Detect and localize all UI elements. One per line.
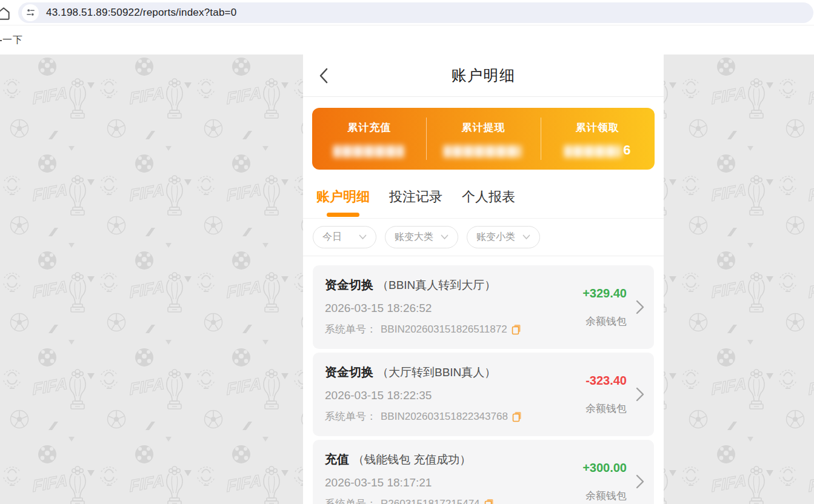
app-header: 账户明细 xyxy=(303,55,664,97)
site-permissions-icon[interactable] xyxy=(22,4,39,21)
transaction-type: 资金切换 xyxy=(325,364,373,380)
transaction-list: 资金切换 （BBIN真人转到大厅） 2026-03-15 18:26:52 系统… xyxy=(303,256,664,504)
order-number: R2603151817215474 xyxy=(381,498,480,504)
tab-bar: 账户明细 投注记录 个人报表 xyxy=(303,170,664,219)
masked-value xyxy=(333,143,405,158)
transaction-datetime: 2026-03-15 18:22:35 xyxy=(325,389,585,402)
tab-personal-report[interactable]: 个人报表 xyxy=(462,188,515,207)
transaction-row[interactable]: 资金切换 （大厅转到BBIN真人） 2026-03-15 18:22:35 系统… xyxy=(313,353,654,436)
transaction-info: 充值 （钱能钱包 充值成功） 2026-03-15 18:17:21 系统单号：… xyxy=(325,440,582,504)
chevron-right-icon xyxy=(636,299,644,315)
filter-label: 今日 xyxy=(322,231,342,244)
transaction-type: 充值 xyxy=(325,451,349,468)
summary-card: 累计充值 累计提现 累计领取 6 xyxy=(312,108,655,170)
masked-value xyxy=(444,143,523,158)
transaction-row[interactable]: 充值 （钱能钱包 充值成功） 2026-03-15 18:17:21 系统单号：… xyxy=(313,440,654,504)
wallet-label: 余额钱包 xyxy=(585,314,627,328)
transaction-datetime: 2026-03-15 18:26:52 xyxy=(325,302,582,315)
wallet-label: 余额钱包 xyxy=(585,489,627,503)
chevron-right-icon xyxy=(636,386,644,402)
url-text[interactable]: 43.198.51.89:50922/reports/index?tab=0 xyxy=(46,7,236,19)
transaction-note: （BBIN真人转到大厅） xyxy=(377,277,496,293)
bookmarks-bar: 一下 xyxy=(0,25,814,55)
filter-label: 账变大类 xyxy=(395,231,433,244)
order-label: 系统单号： xyxy=(325,497,376,504)
masked-value: 6 xyxy=(564,143,630,158)
clipped-glyph-fragment xyxy=(0,40,2,41)
copy-icon[interactable] xyxy=(512,324,521,335)
chevron-down-icon xyxy=(359,234,367,240)
summary-label: 累计提现 xyxy=(461,121,505,134)
summary-col-claim: 累计领取 6 xyxy=(541,108,655,170)
filter-bar: 今日 账变大类 账变小类 xyxy=(303,219,664,256)
wallet-label: 余额钱包 xyxy=(585,402,627,416)
chevron-down-icon xyxy=(441,234,449,240)
page-background: FIFA xyxy=(0,55,814,504)
browser-toolbar: 43.198.51.89:50922/reports/index?tab=0 xyxy=(0,0,814,25)
transaction-amount: +329.40 xyxy=(582,287,627,300)
filter-major-type-dropdown[interactable]: 账变大类 xyxy=(385,226,458,248)
tab-bet-records[interactable]: 投注记录 xyxy=(389,188,442,207)
filter-minor-type-dropdown[interactable]: 账变小类 xyxy=(467,226,540,248)
transaction-row[interactable]: 资金切换 （BBIN真人转到大厅） 2026-03-15 18:26:52 系统… xyxy=(313,265,654,349)
filter-label: 账变小类 xyxy=(476,231,515,244)
screen: 43.198.51.89:50922/reports/index?tab=0 一… xyxy=(0,0,814,504)
transaction-info: 资金切换 （BBIN真人转到大厅） 2026-03-15 18:26:52 系统… xyxy=(325,265,582,349)
chevron-down-icon xyxy=(522,234,530,240)
copy-icon[interactable] xyxy=(484,499,494,504)
transaction-datetime: 2026-03-15 18:17:21 xyxy=(325,476,582,489)
transaction-type: 资金切换 xyxy=(325,277,373,293)
transaction-amount-block: +300.00 余额钱包 xyxy=(582,440,644,504)
summary-col-recharge: 累计充值 xyxy=(312,108,426,170)
home-icon[interactable] xyxy=(0,5,12,24)
order-number: BBIN202603151826511872 xyxy=(381,323,507,336)
transaction-amount: +300.00 xyxy=(582,461,627,475)
address-bar[interactable]: 43.198.51.89:50922/reports/index?tab=0 xyxy=(18,2,813,23)
summary-label: 累计充值 xyxy=(347,121,391,134)
chevron-right-icon xyxy=(636,474,644,489)
transaction-note: （钱能钱包 充值成功） xyxy=(353,452,471,468)
tab-account-detail[interactable]: 账户明细 xyxy=(316,188,370,207)
page-title: 账户明细 xyxy=(452,65,516,85)
transaction-amount-block: +329.40 余额钱包 xyxy=(582,265,644,349)
order-label: 系统单号： xyxy=(325,322,376,336)
summary-col-withdraw: 累计提现 xyxy=(426,108,540,170)
bookmark-item[interactable]: 一下 xyxy=(2,34,23,47)
transaction-amount-block: -323.40 余额钱包 xyxy=(585,353,644,436)
copy-icon[interactable] xyxy=(512,411,522,422)
order-number: BBIN202603151822343768 xyxy=(381,411,508,423)
order-label: 系统单号： xyxy=(325,409,376,423)
chevron-left-icon xyxy=(319,68,329,84)
transaction-note: （大厅转到BBIN真人） xyxy=(377,365,496,380)
back-button[interactable] xyxy=(319,67,333,84)
transaction-info: 资金切换 （大厅转到BBIN真人） 2026-03-15 18:22:35 系统… xyxy=(325,353,585,436)
transaction-amount: -323.40 xyxy=(585,374,627,388)
filter-date-dropdown[interactable]: 今日 xyxy=(313,226,376,248)
app-column: 账户明细 累计充值 累计提现 累计领取 6 账户明细 投注记录 xyxy=(303,55,664,504)
summary-label: 累计领取 xyxy=(576,121,619,134)
